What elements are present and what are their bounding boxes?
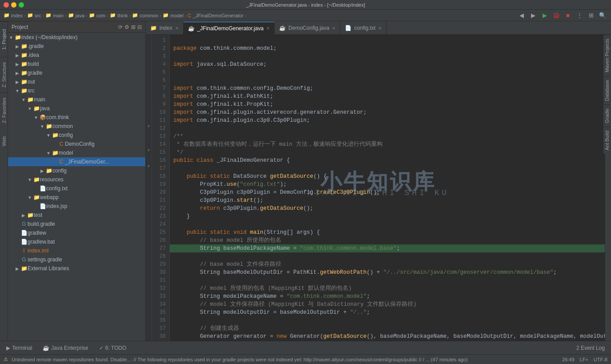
file-icon: 📄: [39, 203, 46, 209]
code-area[interactable]: 小牛知识库 XIAO NIU ZHI SHI KU: [146, 35, 611, 341]
tree-item-buildgradle[interactable]: G build.gradle: [8, 220, 145, 228]
event-log-btn[interactable]: 2 Event Log: [574, 344, 607, 352]
code-line-4: [173, 69, 177, 76]
line-numbers: 1 2 3 4 5 6 7 8 9 10 11 12 13 14 15 16 1: [152, 35, 170, 341]
tab-democonfg[interactable]: ☕ DemoConfig.java ✕: [275, 22, 340, 34]
breadcrumb-class[interactable]: C _JFinalDemoGenerator: [188, 13, 244, 18]
tree-item-settingsgradle[interactable]: G settings.gradle: [8, 255, 145, 264]
folder-icon: 📁: [89, 12, 95, 18]
sync-icon[interactable]: ⟳: [118, 24, 123, 30]
code-line-33: String modelOutputDir = baseModelOutputD…: [173, 309, 370, 316]
tree-item-indeximl[interactable]: I index.iml: [8, 246, 145, 255]
breadcrumb-com[interactable]: 📁 com: [89, 12, 106, 18]
fold-class[interactable]: ▼: [146, 147, 152, 155]
web-icon[interactable]: Web: [0, 128, 8, 155]
fold-method[interactable]: ▼: [146, 163, 152, 171]
iml-icon: I: [20, 248, 28, 254]
structure-icon[interactable]: Z: Structure: [0, 57, 8, 92]
tab-close-configtxt[interactable]: ✕: [378, 26, 382, 31]
code-line-16: [173, 165, 177, 172]
tree-item-democonfg[interactable]: C DemoConfig: [8, 140, 145, 148]
tree-item-jfinaldemo[interactable]: C _JFinalDemoGer...: [8, 157, 145, 166]
folder-icon: 📁: [20, 79, 28, 85]
tab-close-index[interactable]: ✕: [175, 26, 179, 31]
nav-back-btn[interactable]: ◀: [517, 11, 527, 20]
folder-icon: 📁: [20, 265, 28, 272]
java-enterprise-btn[interactable]: ☕ Java Enterprise: [40, 344, 91, 352]
tree-item-gradle[interactable]: ▶ 📁 .gradle: [8, 42, 145, 51]
breadcrumb-think[interactable]: 📁 think: [110, 12, 128, 18]
side-tab-maven[interactable]: Maven Projects: [603, 35, 611, 76]
status-message[interactable]: Unindexed remote maven repositories foun…: [12, 357, 559, 362]
search-btn[interactable]: 🔍: [598, 11, 607, 20]
tree-item-config2[interactable]: ▶ 📁 config: [8, 166, 145, 175]
tabs-bar: 📁 index ✕ ☕ _JFinalDemoGenerator.java ✕ …: [146, 21, 611, 35]
stop-btn[interactable]: ■: [563, 11, 573, 20]
breadcrumb-src[interactable]: 📁 src: [27, 12, 41, 18]
maximize-button[interactable]: [19, 2, 24, 8]
tree-item-index[interactable]: ▼ 📁 index (~/Desktop/index): [8, 33, 145, 42]
tree-item-gradlewbat[interactable]: 📄 gradlew.bat: [8, 237, 145, 246]
breadcrumb-item[interactable]: 📁 index: [4, 12, 23, 18]
tree-item-webapp[interactable]: ▼ 📁 webapp: [8, 193, 145, 202]
code-line-24: public static void main(String[] args) {: [173, 229, 320, 236]
tree-item-test[interactable]: ▶ 📁 test: [8, 211, 145, 220]
close-button[interactable]: [4, 2, 9, 8]
tree-item-comthink[interactable]: ▼ 📦 com.think: [8, 113, 145, 122]
tree-item-idea[interactable]: ▶ 📁 .idea: [8, 51, 145, 60]
nav-fwd-btn[interactable]: ▶: [528, 11, 538, 20]
tree-item-gradlew[interactable]: 📄 gradlew: [8, 228, 145, 237]
tab-jfinaldemo[interactable]: ☕ _JFinalDemoGenerator.java ✕: [184, 22, 275, 34]
folder-icon: 📁: [68, 12, 74, 18]
tab-close-jfinaldemo[interactable]: ✕: [266, 26, 270, 31]
todo-btn[interactable]: ✓ 6: TODO: [96, 344, 129, 352]
minimize-button[interactable]: [11, 2, 16, 8]
file-icon: 📄: [20, 230, 28, 236]
favorites-icon[interactable]: 2: Favorites: [0, 92, 8, 128]
tree-item-build[interactable]: ▶ 📁 build: [8, 60, 145, 68]
tree-item-configtxt[interactable]: 📄 config.txt: [8, 184, 145, 193]
tree-item-gradle2[interactable]: ▶ 📁 gradle: [8, 68, 145, 77]
debug-btn[interactable]: 🐞: [551, 11, 561, 20]
run-btn[interactable]: ▶: [540, 11, 550, 20]
folder-icon: 📁: [110, 12, 116, 18]
breadcrumb-java[interactable]: 📁 java: [68, 12, 84, 18]
tree-item-model[interactable]: ▼ 📁 model: [8, 148, 145, 157]
traffic-lights: [4, 2, 24, 8]
breadcrumb-model[interactable]: 📁 model: [163, 12, 184, 18]
terminal-btn[interactable]: ▶ Terminal: [4, 344, 35, 352]
tree-item-main[interactable]: ▼ 📁 main: [8, 95, 145, 104]
collapse-icon[interactable]: ⊟: [137, 24, 142, 30]
expand-icon[interactable]: ⊞: [131, 24, 136, 30]
code-line-29: [173, 277, 177, 284]
tree-item-common[interactable]: ▼ 📁 common: [8, 122, 145, 131]
breadcrumb-common[interactable]: 📁 common: [132, 12, 158, 18]
more-btn[interactable]: ⋮: [575, 11, 584, 20]
code-lines[interactable]: package com.think.common.model; import j…: [170, 35, 611, 341]
tree-item-java[interactable]: ▼ 📁 java: [8, 104, 145, 113]
grid-btn[interactable]: ⊞: [586, 11, 596, 20]
tab-index[interactable]: 📁 index ✕: [146, 22, 184, 34]
tab-close-democonfg[interactable]: ✕: [332, 26, 335, 31]
side-tab-ant[interactable]: Ant Build: [603, 127, 611, 154]
tree-item-resources[interactable]: ▼ 📁 resources: [8, 175, 145, 184]
code-line-1: package com.think.common.model;: [173, 45, 277, 52]
tree-item-extlibs[interactable]: ▶ 📁 External Libraries: [8, 264, 145, 273]
code-line-28: String baseModelOutputDir = PathKit.getW…: [173, 269, 557, 276]
todo-icon: ✓: [99, 345, 104, 351]
settings-icon[interactable]: ⚙: [124, 24, 129, 30]
fold-comment[interactable]: ▼: [146, 123, 152, 131]
java-class-icon: C: [58, 141, 65, 147]
tree-item-indexjsp[interactable]: 📄 index.jsp: [8, 202, 145, 211]
tree-item-config[interactable]: ▼ 📁 config: [8, 131, 145, 140]
folder-icon: 📁: [45, 168, 52, 174]
code-line-11: [173, 125, 177, 132]
code-line-27: // base model 文件保存路径: [173, 261, 281, 268]
project-icon[interactable]: 1: Project: [0, 21, 8, 57]
tree-item-out[interactable]: ▶ 📁 out: [8, 77, 145, 86]
side-tab-database[interactable]: Database: [603, 76, 611, 104]
tree-item-src[interactable]: ▼ 📁 src: [8, 86, 145, 95]
tab-configtxt[interactable]: 📄 config.txt ✕: [340, 22, 387, 34]
breadcrumb-main[interactable]: 📁 main: [45, 12, 64, 18]
side-tab-gradle[interactable]: Gradle: [603, 104, 611, 127]
